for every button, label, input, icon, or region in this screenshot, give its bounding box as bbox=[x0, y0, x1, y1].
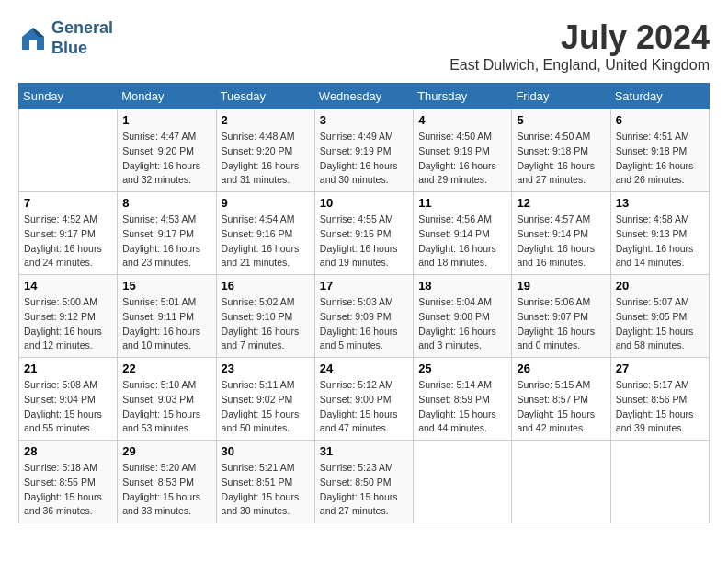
day-number: 3 bbox=[320, 113, 408, 127]
calendar-cell: 12Sunrise: 4:57 AM Sunset: 9:14 PM Dayli… bbox=[512, 192, 610, 275]
day-number: 30 bbox=[222, 444, 310, 458]
calendar-table: SundayMondayTuesdayWednesdayThursdayFrid… bbox=[18, 83, 710, 523]
day-number: 5 bbox=[517, 113, 605, 127]
logo-text: General Blue bbox=[51, 18, 113, 58]
day-info: Sunrise: 5:14 AM Sunset: 8:59 PM Dayligh… bbox=[418, 378, 506, 436]
day-info: Sunrise: 5:03 AM Sunset: 9:09 PM Dayligh… bbox=[320, 295, 408, 353]
month-title: July 2024 bbox=[449, 18, 710, 57]
calendar-cell: 13Sunrise: 4:58 AM Sunset: 9:13 PM Dayli… bbox=[610, 192, 709, 275]
day-number: 24 bbox=[320, 362, 408, 375]
day-header-sunday: Sunday bbox=[19, 84, 118, 109]
day-number: 8 bbox=[122, 196, 210, 210]
calendar-cell: 6Sunrise: 4:51 AM Sunset: 9:18 PM Daylig… bbox=[610, 109, 709, 192]
svg-rect-2 bbox=[29, 40, 37, 50]
calendar-cell: 28Sunrise: 5:18 AM Sunset: 8:55 PM Dayli… bbox=[19, 441, 118, 523]
day-info: Sunrise: 4:58 AM Sunset: 9:13 PM Dayligh… bbox=[616, 213, 704, 270]
calendar-cell: 21Sunrise: 5:08 AM Sunset: 9:04 PM Dayli… bbox=[19, 358, 118, 441]
header-row: SundayMondayTuesdayWednesdayThursdayFrid… bbox=[19, 84, 710, 109]
day-info: Sunrise: 5:07 AM Sunset: 9:05 PM Dayligh… bbox=[616, 295, 704, 353]
day-info: Sunrise: 4:56 AM Sunset: 9:14 PM Dayligh… bbox=[418, 213, 506, 270]
logo-line1: General bbox=[51, 18, 113, 37]
day-info: Sunrise: 5:20 AM Sunset: 8:53 PM Dayligh… bbox=[122, 461, 210, 519]
calendar-cell bbox=[610, 441, 709, 523]
calendar-cell: 18Sunrise: 5:04 AM Sunset: 9:08 PM Dayli… bbox=[414, 275, 512, 358]
logo: General Blue bbox=[18, 18, 113, 58]
day-number: 25 bbox=[418, 362, 506, 375]
week-row-4: 21Sunrise: 5:08 AM Sunset: 9:04 PM Dayli… bbox=[19, 358, 710, 441]
calendar-cell: 14Sunrise: 5:00 AM Sunset: 9:12 PM Dayli… bbox=[19, 275, 118, 358]
calendar-cell: 24Sunrise: 5:12 AM Sunset: 9:00 PM Dayli… bbox=[314, 358, 413, 441]
day-info: Sunrise: 5:01 AM Sunset: 9:11 PM Dayligh… bbox=[122, 295, 210, 353]
calendar-cell bbox=[414, 441, 512, 523]
calendar-cell: 31Sunrise: 5:23 AM Sunset: 8:50 PM Dayli… bbox=[314, 441, 413, 523]
day-header-friday: Friday bbox=[512, 84, 610, 109]
day-info: Sunrise: 4:54 AM Sunset: 9:16 PM Dayligh… bbox=[222, 213, 310, 270]
day-info: Sunrise: 5:02 AM Sunset: 9:10 PM Dayligh… bbox=[222, 295, 310, 353]
day-info: Sunrise: 4:50 AM Sunset: 9:18 PM Dayligh… bbox=[517, 130, 605, 188]
day-number: 15 bbox=[122, 279, 210, 293]
calendar-cell: 26Sunrise: 5:15 AM Sunset: 8:57 PM Dayli… bbox=[512, 358, 610, 441]
day-info: Sunrise: 5:08 AM Sunset: 9:04 PM Dayligh… bbox=[24, 378, 112, 436]
calendar-cell: 3Sunrise: 4:49 AM Sunset: 9:19 PM Daylig… bbox=[314, 109, 413, 192]
day-info: Sunrise: 4:57 AM Sunset: 9:14 PM Dayligh… bbox=[517, 213, 605, 270]
week-row-1: 1Sunrise: 4:47 AM Sunset: 9:20 PM Daylig… bbox=[19, 109, 710, 192]
day-info: Sunrise: 5:21 AM Sunset: 8:51 PM Dayligh… bbox=[222, 461, 310, 519]
day-header-monday: Monday bbox=[118, 84, 216, 109]
day-header-saturday: Saturday bbox=[610, 84, 709, 109]
day-number: 23 bbox=[222, 362, 310, 375]
calendar-cell: 22Sunrise: 5:10 AM Sunset: 9:03 PM Dayli… bbox=[118, 358, 216, 441]
day-info: Sunrise: 5:00 AM Sunset: 9:12 PM Dayligh… bbox=[24, 295, 112, 353]
day-info: Sunrise: 4:48 AM Sunset: 9:20 PM Dayligh… bbox=[222, 130, 310, 188]
day-number: 17 bbox=[320, 279, 408, 293]
day-info: Sunrise: 4:52 AM Sunset: 9:17 PM Dayligh… bbox=[24, 213, 112, 270]
calendar-cell bbox=[512, 441, 610, 523]
day-info: Sunrise: 4:50 AM Sunset: 9:19 PM Dayligh… bbox=[418, 130, 506, 188]
location: East Dulwich, England, United Kingdom bbox=[449, 57, 710, 74]
day-number: 6 bbox=[616, 113, 704, 127]
day-number: 1 bbox=[122, 113, 210, 127]
calendar-cell: 9Sunrise: 4:54 AM Sunset: 9:16 PM Daylig… bbox=[216, 192, 314, 275]
calendar-cell: 4Sunrise: 4:50 AM Sunset: 9:19 PM Daylig… bbox=[414, 109, 512, 192]
logo-line2: Blue bbox=[51, 39, 87, 57]
day-number: 20 bbox=[616, 279, 704, 293]
logo-icon bbox=[18, 24, 48, 53]
calendar-cell: 25Sunrise: 5:14 AM Sunset: 8:59 PM Dayli… bbox=[414, 358, 512, 441]
calendar-cell: 7Sunrise: 4:52 AM Sunset: 9:17 PM Daylig… bbox=[19, 192, 118, 275]
calendar-cell: 30Sunrise: 5:21 AM Sunset: 8:51 PM Dayli… bbox=[216, 441, 314, 523]
day-number: 29 bbox=[122, 444, 210, 458]
day-number: 22 bbox=[122, 362, 210, 375]
day-number: 31 bbox=[320, 444, 408, 458]
day-info: Sunrise: 5:12 AM Sunset: 9:00 PM Dayligh… bbox=[320, 378, 408, 436]
day-number: 21 bbox=[24, 362, 112, 375]
day-number: 10 bbox=[320, 196, 408, 210]
day-number: 9 bbox=[222, 196, 310, 210]
day-number: 27 bbox=[616, 362, 704, 375]
day-info: Sunrise: 4:53 AM Sunset: 9:17 PM Dayligh… bbox=[122, 213, 210, 270]
calendar-cell: 16Sunrise: 5:02 AM Sunset: 9:10 PM Dayli… bbox=[216, 275, 314, 358]
day-number: 11 bbox=[418, 196, 506, 210]
day-info: Sunrise: 4:47 AM Sunset: 9:20 PM Dayligh… bbox=[122, 130, 210, 188]
calendar-cell: 27Sunrise: 5:17 AM Sunset: 8:56 PM Dayli… bbox=[610, 358, 709, 441]
day-info: Sunrise: 5:15 AM Sunset: 8:57 PM Dayligh… bbox=[517, 378, 605, 436]
day-info: Sunrise: 4:55 AM Sunset: 9:15 PM Dayligh… bbox=[320, 213, 408, 270]
calendar-cell: 11Sunrise: 4:56 AM Sunset: 9:14 PM Dayli… bbox=[414, 192, 512, 275]
day-number: 4 bbox=[418, 113, 506, 127]
page-header: General Blue July 2024 East Dulwich, Eng… bbox=[18, 18, 710, 74]
day-info: Sunrise: 5:06 AM Sunset: 9:07 PM Dayligh… bbox=[517, 295, 605, 353]
day-number: 28 bbox=[24, 444, 112, 458]
day-number: 18 bbox=[418, 279, 506, 293]
calendar-cell: 29Sunrise: 5:20 AM Sunset: 8:53 PM Dayli… bbox=[118, 441, 216, 523]
day-header-wednesday: Wednesday bbox=[314, 84, 413, 109]
calendar-cell: 23Sunrise: 5:11 AM Sunset: 9:02 PM Dayli… bbox=[216, 358, 314, 441]
day-number: 2 bbox=[222, 113, 310, 127]
day-header-tuesday: Tuesday bbox=[216, 84, 314, 109]
day-number: 7 bbox=[24, 196, 112, 210]
day-info: Sunrise: 5:18 AM Sunset: 8:55 PM Dayligh… bbox=[24, 461, 112, 519]
day-info: Sunrise: 5:23 AM Sunset: 8:50 PM Dayligh… bbox=[320, 461, 408, 519]
day-info: Sunrise: 5:17 AM Sunset: 8:56 PM Dayligh… bbox=[616, 378, 704, 436]
day-number: 14 bbox=[24, 279, 112, 293]
calendar-cell: 2Sunrise: 4:48 AM Sunset: 9:20 PM Daylig… bbox=[216, 109, 314, 192]
day-number: 12 bbox=[517, 196, 605, 210]
calendar-cell: 19Sunrise: 5:06 AM Sunset: 9:07 PM Dayli… bbox=[512, 275, 610, 358]
calendar-cell: 20Sunrise: 5:07 AM Sunset: 9:05 PM Dayli… bbox=[610, 275, 709, 358]
